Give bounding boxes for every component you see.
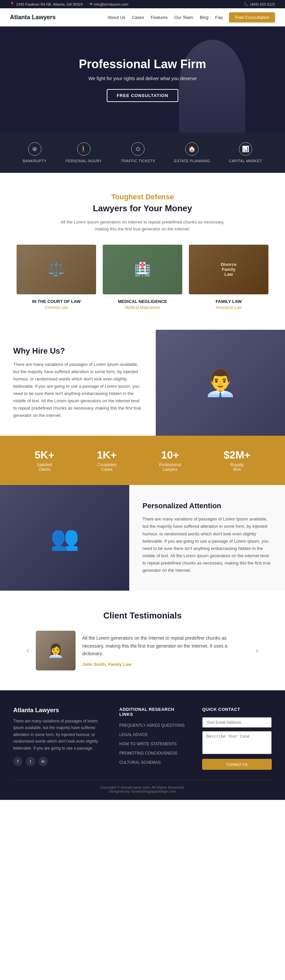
- practice-capital-market[interactable]: 📊 CAPITAL MARKET: [229, 142, 263, 163]
- footer-logo: Atlanta Lawyers: [13, 707, 106, 714]
- why-right-image: 👨‍💼: [156, 330, 285, 436]
- footer-top: Atlanta Lawyers There are many variation…: [13, 707, 272, 770]
- defense-desc: All the Lorem Ipsum generators on intern…: [60, 219, 225, 233]
- location-icon: 📍: [10, 2, 14, 6]
- stat-lawyers-number: 10+: [159, 449, 181, 461]
- top-bar: 📍 2345 Faulkner Rd NE, Atlanta, GA 30324…: [0, 0, 285, 8]
- practice-estate-planning[interactable]: 🏠 ESTATE PLANNING: [174, 142, 210, 163]
- personalized-image: 👥: [0, 485, 129, 591]
- bankrupty-label: BANKRUPTY: [23, 159, 47, 163]
- address: 📍 2345 Faulkner Rd NE, Atlanta, GA 30324: [10, 2, 83, 6]
- card-court-subtitle: Criminal Law: [16, 305, 96, 310]
- card-family-image: DivorceFamilyLaw: [189, 245, 269, 294]
- facebook-icon[interactable]: f: [13, 757, 22, 766]
- traffic-icon: ⊙: [131, 142, 144, 156]
- nav-faq[interactable]: Faq: [215, 15, 223, 20]
- card-court: ⚖️ IN THE COURT OF LAW Criminal Law: [16, 245, 96, 310]
- nav-blog[interactable]: Blog: [200, 15, 208, 20]
- stat-royalty-number: $2M+: [224, 449, 251, 461]
- promoting-link[interactable]: PROMOTING CONCIOUSNESS: [119, 751, 177, 756]
- footer-desc: There are many variations of passages of…: [13, 718, 106, 752]
- traffic-label: TRAFFIC TICKETS: [121, 159, 155, 163]
- nav-cases[interactable]: Cases: [132, 15, 144, 20]
- card-court-title: IN THE COURT OF LAW: [16, 299, 96, 304]
- copyright-text: Copyright © domainname.com. All Rights R…: [13, 785, 272, 789]
- nav-links: About Us Cases Features Our Team Blog Fa…: [107, 12, 275, 22]
- meeting-person-icon: 👥: [50, 525, 79, 552]
- card-family: DivorceFamilyLaw FAMILY LAW Insurance La…: [189, 245, 269, 310]
- capital-label: CAPITAL MARKET: [229, 159, 263, 163]
- faq-link[interactable]: FREQUENTLY ASKED QUESTIONS: [119, 723, 184, 728]
- testimonial-content: 👩‍💼 All the Lorem generators on the Inte…: [36, 631, 249, 670]
- email: ✉ info@lormlpsum.com: [90, 2, 128, 6]
- nav-cta-button[interactable]: Free Consultation: [229, 12, 275, 22]
- hero-title: Professional Law Firm: [79, 57, 206, 71]
- testimonials-title: Client Testimonials: [13, 611, 272, 621]
- stat-cases-label: CompletedCases: [97, 463, 117, 472]
- nav-features[interactable]: Features: [151, 15, 168, 20]
- stat-cases: 1K+ CompletedCases: [97, 449, 117, 472]
- legal-link[interactable]: LEGAL ADVICE: [119, 732, 148, 737]
- stat-lawyers-label: ProfessionalLawyers: [159, 463, 181, 472]
- testimonial-next-button[interactable]: ›: [256, 646, 258, 655]
- personalized-desc: There are many variations of passages of…: [142, 515, 272, 574]
- stat-royalty-label: RoyaltyWon: [224, 463, 251, 472]
- nav-about[interactable]: About Us: [107, 15, 125, 20]
- cards-container: ⚖️ IN THE COURT OF LAW Criminal Law 🏥 ME…: [13, 245, 272, 310]
- practice-bar: ⊕ BANKRUPTY 🚶 PERSONAL INJURY ⊙ TRAFFIC …: [0, 132, 285, 173]
- personal-injury-label: PERSONAL INJURY: [66, 159, 102, 163]
- footer-link-legal[interactable]: LEGAL ADVICE: [119, 731, 189, 737]
- defense-subtitle: Toughest Defense: [13, 192, 272, 201]
- personalized-section: 👥 Personalized Attention There are many …: [0, 485, 285, 591]
- why-desc: There are many variations of passages of…: [13, 361, 142, 420]
- stat-clients-label: SatisfiedClients: [34, 463, 54, 472]
- capital-icon: 📊: [239, 142, 252, 156]
- personalized-content: Personalized Attention There are many va…: [129, 485, 285, 591]
- hero-content: Professional Law Firm We fight for your …: [79, 57, 206, 102]
- testimonial-quote: All the Lorem generators on the Internet…: [82, 634, 249, 658]
- footer-bottom: Copyright © domainname.com. All Rights R…: [13, 780, 272, 793]
- phone: 📞 (404) 633-3122: [244, 2, 275, 6]
- footer-links-list: FREQUENTLY ASKED QUESTIONS LEGAL ADVICE …: [119, 722, 189, 765]
- why-title: Why Hire Us?: [13, 346, 142, 356]
- card-family-title: FAMILY LAW: [189, 299, 269, 304]
- footer-submit-button[interactable]: Contact Us: [202, 759, 272, 770]
- statements-link[interactable]: HOW TO WRITE STATEMENTS: [119, 741, 177, 746]
- footer-link-promoting[interactable]: PROMOTING CONCIOUSNESS: [119, 750, 189, 756]
- footer-links-title: ADDITIONAL RESEARCH LINKS: [119, 707, 189, 717]
- footer-link-cultural[interactable]: CULTURAL SCHEMAS: [119, 759, 189, 765]
- testimonial-author: John Smith, Family Law: [82, 662, 249, 667]
- footer-email-input[interactable]: [202, 717, 272, 728]
- testimonial-prev-button[interactable]: ‹: [27, 646, 29, 655]
- lawyer-person-icon: 👨‍💼: [204, 367, 237, 398]
- hero-cta-button[interactable]: FREE CONSULTATION: [107, 89, 178, 102]
- testimonials-section: Client Testimonials ‹ 👩‍💼 All the Lorem …: [0, 591, 285, 690]
- bankrupty-icon: ⊕: [28, 142, 42, 156]
- card-medical-title: MEDICAL NEGLIGENCE: [103, 299, 182, 304]
- estate-label: ESTATE PLANNING: [174, 159, 210, 163]
- testimonial-person-icon: 👩‍💼: [47, 643, 64, 659]
- why-left: Why Hire Us? There are many variations o…: [0, 330, 156, 436]
- footer-message-textarea[interactable]: [202, 731, 272, 754]
- practice-bankrupty[interactable]: ⊕ BANKRUPTY: [23, 142, 47, 163]
- card-medical-subtitle: Medical Malpractice: [103, 305, 182, 310]
- footer-social: f t in: [13, 757, 106, 766]
- stat-cases-number: 1K+: [97, 449, 117, 461]
- nav-team[interactable]: Our Team: [174, 15, 193, 20]
- defense-section: Toughest Defense Lawyers for Your Money …: [0, 173, 285, 330]
- footer-links-col: ADDITIONAL RESEARCH LINKS FREQUENTLY ASK…: [119, 707, 189, 770]
- twitter-icon[interactable]: t: [26, 757, 35, 766]
- personal-injury-icon: 🚶: [77, 142, 90, 156]
- card-medical-image: 🏥: [103, 245, 182, 294]
- cultural-link[interactable]: CULTURAL SCHEMAS: [119, 760, 161, 765]
- testimonial-text: All the Lorem generators on the Internet…: [82, 634, 249, 667]
- footer-link-statements[interactable]: HOW TO WRITE STATEMENTS: [119, 741, 189, 746]
- footer-about-col: Atlanta Lawyers There are many variation…: [13, 707, 106, 770]
- card-family-subtitle: Insurance Law: [189, 305, 269, 310]
- footer-link-faq[interactable]: FREQUENTLY ASKED QUESTIONS: [119, 722, 189, 728]
- practice-traffic-tickets[interactable]: ⊙ TRAFFIC TICKETS: [121, 142, 155, 163]
- estate-icon: 🏠: [185, 142, 199, 156]
- instagram-icon[interactable]: in: [38, 757, 48, 766]
- hero-section: Professional Law Firm We fight for your …: [0, 27, 285, 132]
- practice-personal-injury[interactable]: 🚶 PERSONAL INJURY: [66, 142, 102, 163]
